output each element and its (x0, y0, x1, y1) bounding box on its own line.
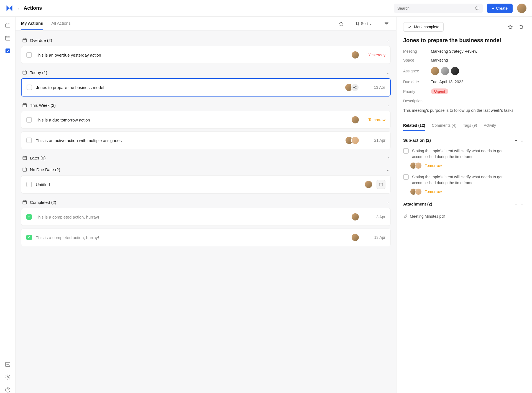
mark-complete-button[interactable]: Mark complete (403, 22, 444, 32)
tab-my-actions[interactable]: My Actions (21, 17, 43, 30)
collapse-attachment-button[interactable]: ⌄ (519, 200, 525, 208)
checkbox[interactable] (26, 138, 32, 143)
calendar-icon (22, 200, 27, 205)
assignee-avatar (351, 116, 359, 124)
tab-tags[interactable]: Tags (9) (463, 120, 477, 131)
attachment-name: Meeting Minutes.pdf (410, 214, 445, 219)
star-button[interactable] (506, 23, 514, 31)
group-today[interactable]: Today (1) ⌄ (21, 67, 391, 78)
gear-icon[interactable] (5, 374, 11, 380)
action-card[interactable]: This is a due tomorrow action Tomorrow (21, 111, 391, 129)
assignee-avatar[interactable] (451, 67, 459, 75)
action-card[interactable]: This is an overdue yesterday action Yest… (21, 46, 391, 64)
meta-label-priority: Priority (403, 89, 431, 94)
svg-rect-8 (23, 71, 27, 74)
app-logo[interactable] (6, 4, 13, 12)
tab-related[interactable]: Related (12) (403, 120, 425, 131)
create-button[interactable]: + Create (487, 4, 513, 13)
sort-label: Sort (361, 21, 368, 26)
description-text: This meeting's purpose is to follow up o… (403, 108, 525, 114)
search-input[interactable] (397, 6, 474, 11)
assignee-avatar (351, 136, 359, 144)
action-title: This is a completed action, hurray! (36, 215, 349, 219)
checkbox[interactable] (26, 117, 32, 123)
set-date-button[interactable] (377, 180, 385, 189)
action-card-selected[interactable]: Jones to prepare the business model +2 1… (21, 78, 391, 97)
tab-comments[interactable]: Comments (4) (432, 120, 456, 131)
search-input-wrapper[interactable] (394, 4, 483, 13)
group-later[interactable]: Later (0) › (21, 152, 391, 164)
group-this-week[interactable]: This Week (2) ⌄ (21, 99, 391, 111)
assignee-avatar (351, 51, 359, 59)
action-card[interactable]: Untitled (21, 175, 391, 194)
paperclip-icon (403, 214, 408, 219)
checkbox-checked[interactable] (26, 235, 32, 240)
svg-rect-7 (23, 39, 27, 42)
subaction-item[interactable]: Stating the topic's intent will clarify … (403, 174, 525, 186)
filter-button[interactable] (382, 19, 391, 28)
meta-value-meeting[interactable]: Marketing Strategy Review (431, 49, 477, 54)
subaction-heading: Sub-action (2) (403, 138, 431, 143)
assignee-avatar[interactable] (441, 67, 449, 75)
checkbox[interactable] (26, 52, 32, 58)
svg-rect-1 (5, 24, 10, 27)
calendar-icon (22, 38, 27, 43)
svg-rect-3 (5, 49, 10, 53)
checkbox-checked[interactable] (26, 214, 32, 220)
svg-rect-10 (23, 156, 27, 160)
checkbox-icon[interactable] (5, 48, 11, 54)
assignee-avatar (415, 162, 422, 169)
svg-rect-9 (23, 104, 27, 107)
attachment-item[interactable]: Meeting Minutes.pdf (403, 212, 525, 221)
meta-value-space[interactable]: Marketing (431, 58, 448, 62)
assignee-avatar[interactable] (431, 67, 439, 75)
action-card[interactable]: This is a completed action, hurray! 3 Ap… (21, 208, 391, 226)
sort-button[interactable]: Sort ⌄ (354, 20, 374, 27)
due-date: 13 Apr (363, 235, 385, 240)
checkbox[interactable] (26, 182, 32, 187)
meta-label-due: Due date (403, 80, 431, 84)
priority-badge[interactable]: Urgent (431, 88, 448, 94)
checkbox[interactable] (403, 148, 409, 154)
tab-activity[interactable]: Activity (484, 120, 496, 131)
group-label: This Week (2) (30, 103, 56, 108)
chevron-down-icon: ⌄ (386, 103, 390, 107)
calendar-icon (22, 167, 27, 172)
action-title: This is an overdue yesterday action (36, 53, 349, 57)
help-icon[interactable] (5, 387, 11, 393)
user-avatar[interactable] (517, 4, 526, 13)
group-label: Completed (2) (30, 200, 56, 205)
group-overdue[interactable]: Overdue (2) ⌄ (21, 34, 391, 46)
due-date: 3 Apr (363, 215, 385, 219)
meta-label-meeting: Meeting (403, 49, 431, 54)
action-card[interactable]: This is a completed action, hurray! 13 A… (21, 229, 391, 246)
add-attachment-button[interactable]: + (513, 200, 519, 208)
collapse-subaction-button[interactable]: ⌄ (519, 136, 525, 144)
image-icon[interactable] (5, 361, 11, 367)
calendar-icon (22, 155, 27, 160)
group-completed[interactable]: Completed (2) ⌄ (21, 196, 391, 208)
calendar-icon[interactable] (5, 35, 11, 41)
star-button[interactable] (337, 19, 345, 28)
meta-value-due[interactable]: Tue, April 13, 2022 (431, 80, 463, 84)
add-subaction-button[interactable]: + (513, 136, 519, 144)
briefcase-icon[interactable] (5, 22, 11, 28)
chevron-right-icon: › (388, 156, 390, 160)
calendar-icon (379, 182, 383, 187)
svg-rect-12 (379, 183, 383, 186)
svg-rect-13 (23, 201, 27, 204)
checkbox[interactable] (403, 174, 409, 180)
due-date: Yesterday (363, 53, 385, 57)
checkbox[interactable] (27, 85, 32, 90)
action-title: Jones to prepare the business model (36, 85, 343, 90)
group-no-due-date[interactable]: No Due Date (2) ⌄ (21, 164, 391, 175)
delete-button[interactable] (517, 23, 525, 31)
create-label: Create (496, 6, 508, 11)
subaction-due: Tomorrow (425, 163, 442, 168)
action-title: This is a completed action, hurray! (36, 235, 349, 240)
calendar-icon (22, 103, 27, 108)
tab-all-actions[interactable]: All Actions (51, 17, 70, 30)
action-title: This is a due tomorrow action (36, 118, 349, 122)
subaction-item[interactable]: Stating the topic's intent will clarify … (403, 148, 525, 160)
action-card[interactable]: This is an active action with multiple a… (21, 131, 391, 149)
